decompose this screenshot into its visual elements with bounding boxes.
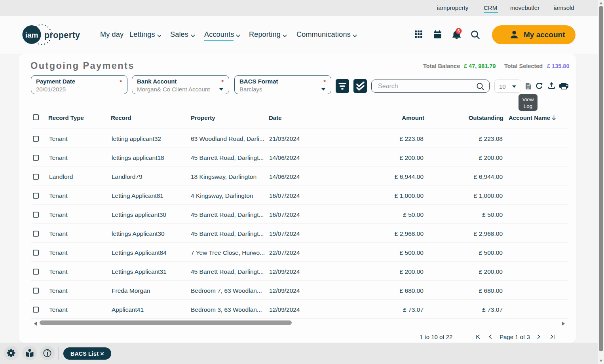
svg-text:iam: iam — [25, 31, 38, 39]
svg-text:property: property — [44, 30, 80, 40]
svg-text:6: 6 — [458, 28, 460, 33]
